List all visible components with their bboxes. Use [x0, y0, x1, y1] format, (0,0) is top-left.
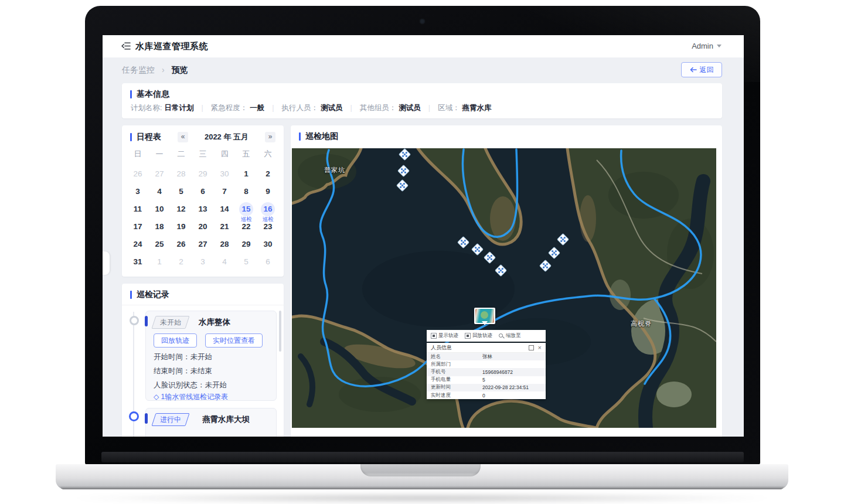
close-icon[interactable] [538, 345, 542, 351]
inspection-map-card: 巡检地图 [291, 125, 722, 437]
record-form-link[interactable]: ◇ 1输水管线巡检记录表 [154, 392, 228, 402]
calendar-week-row: 24252627282930 [129, 237, 277, 252]
calendar-day[interactable]: 19 [172, 219, 190, 234]
calendar-day[interactable]: 30 [259, 237, 277, 252]
calendar-day[interactable]: 16巡检 [259, 202, 277, 217]
calendar-day-number: 24 [133, 240, 142, 248]
info-field-value: 燕霄水库 [462, 104, 491, 112]
record-action-button[interactable]: 回放轨迹 [154, 333, 197, 348]
calendar-day[interactable]: 14 [216, 202, 233, 217]
admin-menu[interactable]: Admin [692, 42, 722, 50]
calendar-day[interactable]: 2 [259, 166, 277, 182]
laptop-screen-bezel: 水库巡查管理系统 Admin 任务监控 › 预览 返回 [85, 6, 760, 465]
status-badge: 未开始 [151, 316, 189, 329]
calendar-day[interactable]: 9 [259, 184, 277, 199]
calendar-day[interactable]: 22 [237, 219, 255, 234]
popup-row-value: 5 [482, 377, 542, 383]
calendar-day[interactable]: 11 [129, 202, 147, 217]
section-bar-icon [130, 291, 132, 299]
calendar-week-row: 3456789 [129, 184, 277, 199]
calendar-day[interactable]: 26 [129, 166, 147, 182]
record-item-card[interactable]: 进行中 燕霄水库大坝 [145, 408, 277, 437]
calendar-day[interactable]: 8 [237, 184, 255, 199]
calendar-day[interactable]: 4 [216, 254, 233, 270]
person-info-popup: 人员信息 姓名张林所属部门手机号15968946872手机电量5更新时间2022… [427, 343, 546, 399]
maximize-icon[interactable] [529, 345, 534, 350]
record-info-line: 人脸识别状态：未开始 [154, 378, 227, 392]
calendar-day[interactable]: 28 [216, 237, 233, 252]
calendar-day[interactable]: 2 [172, 254, 190, 270]
records-title: 巡检记录 [130, 290, 169, 300]
map-toolbar-item[interactable]: 回放轨迹 [465, 332, 492, 339]
calendar-day-number: 3 [200, 257, 205, 266]
record-action-button[interactable]: 实时位置查看 [205, 333, 263, 348]
calendar-day[interactable]: 23 [259, 219, 277, 234]
calendar-day[interactable]: 29 [194, 166, 212, 182]
calendar-day[interactable]: 1 [237, 166, 255, 182]
calendar-day-number: 3 [135, 187, 140, 196]
calendar-day[interactable]: 26 [172, 237, 190, 252]
timeline-node-pending-icon [130, 316, 139, 325]
webcam-dot [420, 19, 425, 24]
calendar-prev-button[interactable]: « [178, 132, 188, 142]
calendar-day[interactable]: 31 [129, 254, 147, 270]
calendar-day[interactable]: 3 [194, 254, 212, 270]
calendar-day[interactable]: 7 [216, 184, 233, 199]
calendar-day[interactable]: 1 [151, 254, 168, 270]
breadcrumb-separator: › [162, 65, 165, 74]
calendar-day-number: 31 [133, 257, 142, 266]
section-bar-icon [130, 133, 132, 141]
calendar-day[interactable]: 17 [129, 219, 147, 234]
person-location-marker[interactable] [474, 308, 495, 324]
popup-row-label: 姓名 [431, 353, 482, 360]
calendar-day-number: 27 [155, 169, 164, 178]
calendar-day[interactable]: 20 [194, 219, 212, 234]
section-bar-icon [299, 132, 301, 141]
calendar-day[interactable]: 18 [151, 219, 168, 234]
popup-row-value: 15968946872 [482, 369, 542, 375]
scrollbar-thumb[interactable] [279, 311, 281, 352]
map-toolbar-item[interactable]: 缩放至 [499, 332, 521, 339]
calendar-next-button[interactable]: » [265, 132, 275, 142]
record-item-card[interactable]: 未开始 水库整体 回放轨迹实时位置查看 开始时间：未开始结束时间：未结束人脸识别… [145, 311, 277, 401]
calendar-day[interactable]: 10 [151, 202, 168, 217]
calendar-day[interactable]: 6 [194, 184, 212, 199]
calendar-day-number: 10 [155, 205, 164, 213]
calendar-day[interactable]: 13 [194, 202, 212, 217]
satellite-map[interactable]: 普家坑 高枧脊 显示轨迹回放轨迹缩放至 人员信息 姓名张 [292, 148, 716, 428]
drawer-handle[interactable] [103, 251, 110, 275]
app-title: 水库巡查管理系统 [135, 41, 208, 52]
popup-row-label: 更新时间 [431, 384, 482, 391]
weekday-label: 六 [259, 149, 277, 159]
calendar-day[interactable]: 28 [172, 166, 190, 182]
calendar-day[interactable]: 5 [172, 184, 190, 199]
calendar-day[interactable]: 27 [194, 237, 212, 252]
calendar-day[interactable]: 29 [237, 237, 255, 252]
calendar-day-number: 28 [220, 240, 229, 248]
laptop-mockup: 水库巡查管理系统 Admin 任务监控 › 预览 返回 [0, 0, 844, 504]
calendar-day[interactable]: 3 [129, 184, 147, 199]
calendar-day-number: 15 [239, 202, 253, 216]
calendar-day[interactable]: 27 [151, 166, 168, 182]
calendar-day[interactable]: 21 [216, 219, 233, 234]
calendar-day[interactable]: 12 [172, 202, 190, 217]
calendar-day[interactable]: 15巡检 [237, 202, 255, 217]
calendar-day-number: 30 [220, 169, 229, 178]
calendar-day[interactable]: 4 [151, 184, 168, 199]
calendar-weekday-row: 日一二三四五六 [129, 149, 277, 159]
calendar-day[interactable]: 6 [259, 254, 277, 270]
popup-row: 实时速度0 [427, 391, 546, 399]
calendar-day[interactable]: 30 [216, 166, 233, 182]
map-toolbar-item[interactable]: 显示轨迹 [431, 332, 458, 339]
calendar-day-number: 6 [200, 187, 205, 196]
breadcrumb-parent[interactable]: 任务监控 [122, 65, 155, 74]
menu-collapse-icon[interactable] [121, 42, 131, 50]
info-field-value: 测试员 [321, 104, 343, 112]
record-name: 水库整体 [199, 317, 230, 328]
calendar-day[interactable]: 25 [151, 237, 168, 252]
calendar-day[interactable]: 5 [237, 254, 255, 270]
page-content: 任务监控 › 预览 返回 基本信息 计划名称:日常计划|紧急程度：一般|执行人员… [103, 57, 744, 437]
calendar-day[interactable]: 24 [129, 237, 147, 252]
back-arrow-icon [690, 67, 697, 73]
back-button[interactable]: 返回 [681, 62, 722, 77]
